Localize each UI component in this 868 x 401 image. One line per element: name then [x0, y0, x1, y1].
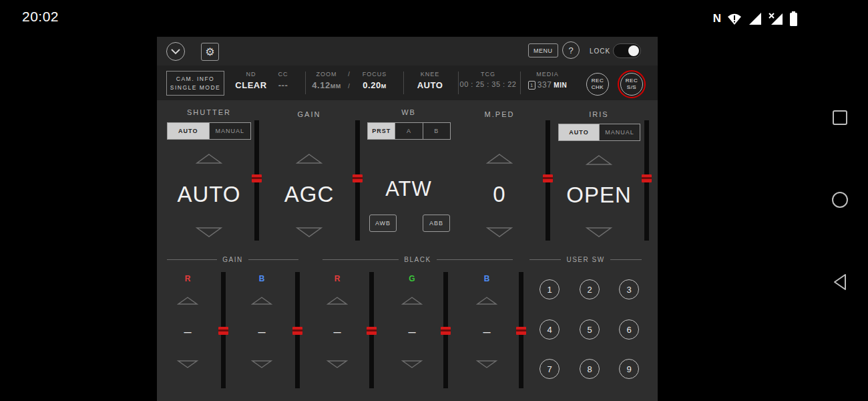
black-g-down-button[interactable]	[401, 360, 423, 369]
value-separator: /	[344, 83, 355, 90]
user-sw-2-button[interactable]: 2	[580, 279, 600, 299]
iris-mode-manual[interactable]: MANUAL	[599, 124, 640, 140]
black-r-down-button[interactable]	[327, 360, 348, 369]
media-slot-icon: 1	[528, 81, 535, 90]
abb-button[interactable]: ABB	[423, 215, 450, 232]
gain-b-slider-handle[interactable]	[292, 327, 302, 335]
triangle-down-icon	[296, 227, 322, 238]
iris-mode-auto[interactable]: AUTO	[559, 124, 599, 140]
gain-down-button[interactable]	[296, 227, 322, 238]
settings-button[interactable]: ⚙	[201, 43, 219, 61]
black-g-value: –	[399, 324, 425, 340]
collapse-button[interactable]	[166, 42, 185, 61]
cam-info-line2: SINGLE MODE	[170, 84, 221, 91]
user-sw-1-button[interactable]: 1	[539, 279, 560, 299]
black-g-up-button[interactable]	[401, 296, 423, 305]
home-button[interactable]	[831, 190, 849, 211]
lock-toggle-knob	[628, 45, 639, 56]
tcg-value: 00 : 25 : 35 : 22	[448, 80, 528, 88]
mped-section-label: M.PED	[459, 110, 539, 118]
triangle-down-icon	[486, 227, 513, 238]
shutter-slider[interactable]	[254, 120, 259, 241]
user-sw-8-button[interactable]: 8	[580, 359, 600, 379]
gain-r-down-button[interactable]	[177, 360, 198, 369]
iris-down-button[interactable]	[586, 227, 612, 238]
awb-button[interactable]: AWB	[369, 215, 397, 232]
rec-check-button[interactable]: REC CHK	[586, 73, 609, 96]
cam-info-mode-button[interactable]: CAM. INFO SINGLE MODE	[166, 71, 224, 96]
gain-up-button[interactable]	[296, 153, 322, 164]
triangle-up-icon	[486, 153, 513, 164]
user-sw-5-button[interactable]: 5	[580, 319, 600, 340]
triangle-up-icon	[327, 296, 348, 305]
shutter-mode-manual[interactable]: MANUAL	[209, 123, 251, 139]
shutter-down-button[interactable]	[196, 227, 222, 238]
gain-r-slider[interactable]	[221, 272, 226, 388]
black-b-value: –	[473, 324, 500, 340]
user-sw-3-button[interactable]: 3	[619, 279, 639, 299]
gain-b-down-button[interactable]	[251, 360, 272, 369]
black-g-slider[interactable]	[443, 272, 448, 388]
black-g-slider-handle[interactable]	[441, 327, 451, 335]
wb-mode-prst[interactable]: PRST	[368, 123, 395, 139]
black-b-slider[interactable]	[519, 272, 523, 388]
iris-slider-handle[interactable]	[642, 174, 652, 182]
iris-up-button[interactable]	[586, 154, 612, 166]
black-b-up-button[interactable]	[476, 296, 497, 305]
wb-mode-a[interactable]: A	[395, 123, 422, 139]
nd-display: ND CLEAR	[234, 71, 268, 90]
cc-label: CC	[266, 71, 300, 78]
triangle-down-icon	[177, 360, 198, 369]
black-b-down-button[interactable]	[476, 360, 497, 369]
divider	[305, 72, 306, 94]
knee-display: KNEE AUTO	[410, 71, 450, 90]
shutter-section-label: SHUTTER	[169, 108, 249, 116]
lock-label: LOCK	[590, 47, 610, 55]
triangle-up-icon	[296, 153, 322, 164]
black-g-label: G	[399, 274, 425, 283]
focus-label: FOCUS	[355, 71, 395, 78]
triangle-up-icon	[251, 296, 272, 305]
mped-down-button[interactable]	[486, 227, 513, 238]
cam-info-line1: CAM. INFO	[176, 76, 214, 82]
black-r-slider-handle[interactable]	[367, 327, 377, 335]
triangle-down-icon	[327, 360, 348, 369]
rec-start-stop-button[interactable]: REC S/S	[620, 73, 643, 96]
shutter-mode-auto[interactable]: AUTO	[168, 123, 209, 139]
gain-r-up-button[interactable]	[177, 296, 198, 305]
user-sw-7-button[interactable]: 7	[539, 359, 560, 379]
black-r-slider[interactable]	[369, 272, 374, 388]
mped-up-button[interactable]	[486, 153, 513, 164]
user-sw-6-button[interactable]: 6	[619, 319, 639, 340]
app-top-bar: ⚙ MENU ? LOCK	[157, 37, 658, 65]
camera-info-bar: CAM. INFO SINGLE MODE ND CLEAR CC --- ZO…	[157, 65, 658, 100]
black-r-value: –	[324, 324, 351, 340]
black-r-up-button[interactable]	[327, 296, 348, 305]
gain-b-slider[interactable]	[295, 272, 300, 388]
mped-slider-handle[interactable]	[543, 174, 553, 182]
gain-r-slider-handle[interactable]	[218, 327, 228, 335]
mped-value: 0	[449, 182, 550, 207]
menu-button[interactable]: MENU	[528, 43, 558, 57]
triangle-up-icon	[401, 296, 423, 305]
recents-button[interactable]	[831, 109, 849, 128]
black-b-slider-handle[interactable]	[516, 327, 526, 335]
wb-mode-b[interactable]: B	[423, 123, 450, 139]
iris-mode-switch: AUTO MANUAL	[558, 124, 640, 141]
back-button[interactable]	[832, 273, 849, 293]
help-button[interactable]: ?	[562, 41, 580, 59]
mped-slider[interactable]	[546, 120, 550, 241]
triangle-up-icon	[177, 296, 198, 305]
media-display: MEDIA 1 337 MIN	[517, 71, 578, 90]
shutter-up-button[interactable]	[196, 153, 222, 164]
user-sw-4-button[interactable]: 4	[539, 319, 560, 340]
gain-b-up-button[interactable]	[251, 296, 272, 305]
gain-group-label: GAIN	[222, 256, 242, 263]
nd-label: ND	[234, 71, 268, 78]
lock-toggle[interactable]	[613, 43, 641, 58]
circle-icon	[831, 190, 849, 209]
user-sw-9-button[interactable]: 9	[619, 359, 639, 379]
iris-slider[interactable]	[644, 120, 649, 241]
knee-value: AUTO	[410, 80, 450, 90]
zoom-value: 4.12MM	[309, 80, 344, 90]
